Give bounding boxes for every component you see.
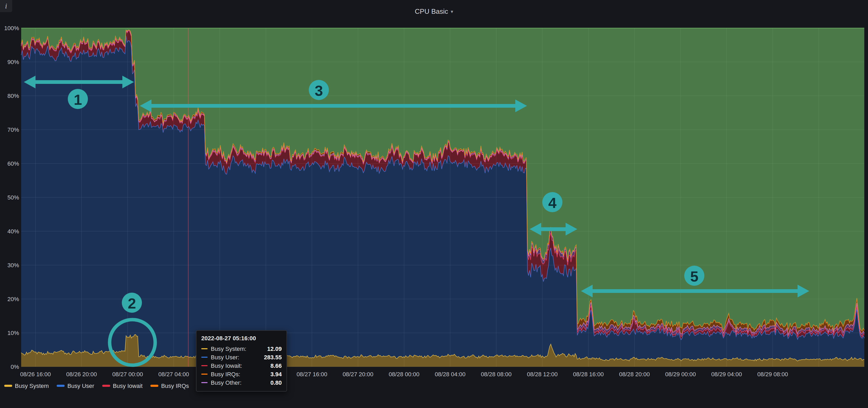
- series-color-dash-icon: [201, 374, 208, 375]
- x-axis-label: 08/28 20:00: [619, 371, 650, 378]
- series-color-dash-icon: [201, 365, 208, 366]
- panel-title: CPU Basic: [415, 7, 448, 15]
- x-axis-label: 08/28 04:00: [435, 371, 466, 378]
- legend-item-busy-system[interactable]: Busy System: [4, 383, 49, 389]
- x-axis-label: 08/28 12:00: [527, 371, 558, 378]
- y-axis-label: 80%: [7, 93, 19, 99]
- tooltip-series-value: 0.80: [270, 379, 282, 386]
- panel-info-icon[interactable]: i: [0, 0, 12, 12]
- legend-color-dash-icon: [102, 385, 110, 387]
- legend-label: Busy IRQs: [161, 383, 189, 389]
- x-axis-label: 08/27 00:00: [112, 371, 143, 378]
- legend-color-dash-icon: [4, 385, 12, 387]
- x-axis-label: 08/27 04:00: [158, 371, 189, 378]
- legend-item-busy-iowait[interactable]: Busy Iowait: [102, 383, 143, 389]
- tooltip-row-busy-other: Busy Other:0.80: [201, 378, 282, 387]
- series-color-dash-icon: [201, 357, 208, 358]
- tooltip-series-label: Busy Iowait:: [211, 363, 270, 369]
- y-axis-label: 20%: [7, 296, 19, 302]
- info-icon-glyph: i: [5, 2, 7, 10]
- y-axis-label: 100%: [4, 25, 19, 32]
- tooltip-series-value: 12.09: [267, 346, 282, 352]
- x-axis-label: 08/26 20:00: [66, 371, 97, 378]
- tooltip-row-busy-irqs: Busy IRQs:3.94: [201, 370, 282, 378]
- legend-color-dash-icon: [57, 385, 65, 387]
- x-axis-label: 08/27 16:00: [297, 371, 327, 378]
- y-axis-label: 60%: [7, 160, 19, 167]
- chart-legend: Busy SystemBusy UserBusy IowaitBusy IRQs: [4, 383, 189, 389]
- tooltip-series-label: Busy IRQs:: [211, 371, 270, 377]
- tooltip-series-value: 283.55: [264, 354, 282, 361]
- tooltip-series-label: Busy System:: [211, 346, 267, 352]
- panel-title-menu[interactable]: CPU Basic ▾: [415, 7, 453, 15]
- chevron-down-icon: ▾: [451, 8, 453, 14]
- tooltip-series-value: 8.66: [270, 363, 282, 369]
- annotation-number: 5: [690, 268, 698, 285]
- annotation-number: 2: [128, 295, 136, 312]
- legend-color-dash-icon: [150, 385, 158, 387]
- chart-plot-area[interactable]: 0%10%20%30%40%50%60%70%80%90%100%08/26 1…: [0, 0, 868, 408]
- tooltip-series-value: 3.94: [270, 371, 282, 377]
- tooltip-series-label: Busy Other:: [211, 379, 270, 386]
- legend-item-busy-irqs[interactable]: Busy IRQs: [150, 383, 189, 389]
- tooltip-row-busy-user: Busy User:283.55: [201, 353, 282, 362]
- x-axis-label: 08/27 20:00: [343, 371, 373, 378]
- series-color-dash-icon: [201, 382, 208, 383]
- annotation-number: 4: [548, 195, 556, 211]
- x-axis-label: 08/28 00:00: [389, 371, 420, 378]
- x-axis-label: 08/26 16:00: [20, 371, 51, 378]
- legend-item-busy-user[interactable]: Busy User: [57, 383, 94, 389]
- y-axis-label: 90%: [7, 59, 19, 65]
- tooltip-rows: Busy System:12.09Busy User:283.55Busy Io…: [201, 344, 282, 387]
- tooltip-timestamp: 2022-08-27 05:16:00: [201, 335, 282, 341]
- y-axis-label: 30%: [7, 262, 19, 269]
- x-axis-label: 08/29 00:00: [665, 371, 696, 378]
- tooltip-row-busy-iowait: Busy Iowait:8.66: [201, 362, 282, 370]
- legend-label: Busy Iowait: [113, 383, 143, 389]
- x-axis-label: 08/29 04:00: [711, 371, 742, 378]
- y-axis-label: 10%: [7, 330, 19, 336]
- grafana-cpu-panel: i CPU Basic ▾ 0%10%20%30%40%50%60%70%80%…: [0, 0, 868, 408]
- y-axis-label: 50%: [7, 194, 19, 201]
- legend-label: Busy User: [67, 383, 94, 389]
- legend-label: Busy System: [15, 383, 49, 389]
- y-axis-label: 70%: [7, 127, 19, 133]
- chart-tooltip: 2022-08-27 05:16:00 Busy System:12.09Bus…: [196, 330, 287, 392]
- x-axis-label: 08/29 08:00: [757, 371, 788, 378]
- series-color-dash-icon: [201, 348, 208, 349]
- y-axis-label: 40%: [7, 228, 19, 235]
- x-axis-label: 08/28 16:00: [573, 371, 604, 378]
- panel-header: CPU Basic ▾: [0, 0, 868, 22]
- annotation-number: 3: [315, 82, 323, 99]
- tooltip-series-label: Busy User:: [211, 354, 264, 361]
- y-axis-label: 0%: [10, 364, 19, 370]
- x-axis-label: 08/28 08:00: [481, 371, 512, 378]
- tooltip-row-busy-system: Busy System:12.09: [201, 344, 282, 353]
- annotation-number: 1: [73, 91, 82, 108]
